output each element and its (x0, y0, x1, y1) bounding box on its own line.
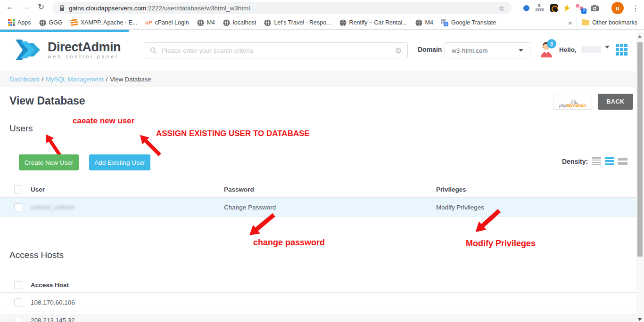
page-scrollbar[interactable] (636, 32, 644, 322)
phpmyadmin-myadmin-label: MyAdmin (567, 103, 586, 108)
apps-launcher-icon[interactable] (616, 44, 627, 56)
bookmark-label: cPanel Login (155, 19, 189, 26)
globe-icon (223, 19, 230, 26)
access-hosts-heading: Access Hosts (9, 250, 64, 260)
select-all-checkbox[interactable] (14, 281, 22, 289)
bookmark-m4-2[interactable]: M4 (415, 19, 433, 26)
column-header-user: User (31, 186, 224, 193)
lightning-extension-icon[interactable] (564, 4, 570, 12)
modify-privileges-link[interactable]: Modify Privileges (436, 204, 636, 211)
globe-icon (264, 19, 271, 26)
breadcrumb-mysql-management[interactable]: MySQL Management (46, 76, 103, 83)
extensions-area: a 2 u ⋮ (523, 0, 641, 16)
scrollbar-down-arrow[interactable] (638, 318, 642, 321)
lock-icon[interactable] (59, 5, 65, 11)
logo-title: DirectAdmin (48, 41, 121, 53)
access-hosts-table: Access Host 108.170.60.106 208.213.145.3… (0, 277, 636, 322)
density-normal-icon[interactable] (605, 157, 614, 165)
reload-icon[interactable]: ↻ (38, 2, 44, 12)
bookmark-star-icon[interactable]: ☆ (498, 4, 505, 13)
density-label: Density: (562, 158, 588, 165)
breadcrumb: Dashboard / MySQL Management / View Data… (0, 72, 636, 87)
row-checkbox[interactable] (14, 318, 22, 322)
address-bar[interactable]: gains.cloudappservers.com:2222/user/data… (53, 2, 512, 14)
account-menu-chevron[interactable] (605, 48, 610, 57)
back-button[interactable]: BACK (598, 94, 633, 110)
change-password-link[interactable]: Change Password (224, 204, 436, 211)
users-table: User Password Privileges w3html_w3html C… (0, 182, 636, 217)
bookmark-localhost[interactable]: localhost (223, 19, 256, 26)
diagram-extension-icon[interactable]: 2 (576, 4, 585, 12)
domain-value: w3-html.com (452, 47, 488, 54)
browser-toolbar: ← → ↻ gains.cloudappservers.com:2222/use… (0, 0, 644, 16)
bookmark-xampp[interactable]: XAMPP, Apache - E... (71, 19, 138, 26)
profile-avatar[interactable]: u (611, 2, 624, 14)
access-hosts-header: Access Host (0, 277, 636, 293)
annotation-modify-privileges: Modify Privileges (466, 239, 536, 249)
density-compact-icon[interactable] (592, 157, 601, 165)
speed-gauge-extension-icon[interactable] (550, 4, 558, 12)
row-checkbox[interactable] (14, 203, 22, 211)
browser-menu-icon[interactable]: ⋮ (630, 4, 641, 13)
url-host[interactable]: gains.cloudappservers.com (69, 5, 146, 12)
bookmark-label: M4 (207, 19, 215, 26)
bookmarks-overflow-icon[interactable]: » (568, 19, 572, 26)
bookmark-label: Apps (17, 19, 31, 26)
toolbar-separator (605, 4, 605, 12)
scrollbar-thumb[interactable] (637, 42, 643, 257)
add-existing-user-button[interactable]: Add Existing User (89, 154, 150, 170)
blue-circle-extension-icon[interactable] (523, 5, 529, 11)
search-settings-gear-icon[interactable]: ⚙ (389, 46, 407, 55)
url-path[interactable]: :2222/user/database/w3html_w3html (146, 5, 250, 12)
greeting-label[interactable]: Hello, (559, 46, 577, 53)
folder-icon (582, 20, 589, 25)
bookmark-label: Google Translate (451, 19, 496, 26)
globe-icon (415, 19, 422, 26)
bookmark-rentify[interactable]: Rentify – Car Rental... (339, 19, 407, 26)
directadmin-header: DirectAdmin web control panel ⚙ Domain w… (0, 32, 636, 66)
bookmark-apps[interactable]: Apps (8, 19, 31, 26)
page-ruler-extension-icon[interactable]: a (536, 4, 544, 12)
annotation-change-password: change password (253, 238, 325, 248)
directadmin-logo-icon (16, 40, 43, 60)
density-comfortable-icon[interactable] (618, 158, 627, 165)
diagram-square (576, 4, 579, 8)
bookmark-label: Let's Travel - Respo... (274, 19, 331, 26)
phpmyadmin-button[interactable]: phpMyAdmin (553, 94, 592, 110)
camera-extension-icon[interactable] (591, 5, 599, 11)
column-header-privileges: Privileges (436, 186, 636, 193)
scrollbar-up-arrow[interactable] (638, 35, 642, 38)
bookmarks-separator (577, 18, 577, 27)
ruler-bar (536, 8, 544, 11)
domain-label: Domain (418, 46, 442, 53)
search-input[interactable] (161, 47, 389, 55)
users-section-heading: Users (9, 123, 33, 134)
bookmark-google-translate[interactable]: 文G Google Translate (441, 19, 496, 26)
bookmark-cpanel[interactable]: cP cPanel Login (145, 19, 189, 26)
bookmark-lets-travel[interactable]: Let's Travel - Respo... (264, 19, 331, 26)
notification-badge[interactable]: 3 (547, 39, 556, 48)
global-search: ⚙ (144, 42, 408, 58)
breadcrumb-separator: / (42, 76, 44, 83)
bookmark-label: M4 (425, 19, 433, 26)
redacted-username (581, 46, 601, 53)
annotation-assign-existing-user: ASSIGN EXISTING USER TO DATABASE (156, 129, 310, 138)
row-checkbox[interactable] (14, 298, 22, 306)
breadcrumb-current: View Database (110, 76, 151, 83)
directadmin-logo[interactable]: DirectAdmin web control panel (16, 40, 121, 60)
select-all-checkbox[interactable] (14, 185, 22, 193)
domain-dropdown[interactable]: w3-html.com (445, 42, 530, 58)
db-user-name: w3html_w3html (31, 204, 224, 211)
breadcrumb-dashboard[interactable]: Dashboard (9, 76, 40, 83)
back-icon[interactable]: ← (6, 2, 14, 12)
browser-window: ← → ↻ gains.cloudappservers.com:2222/use… (0, 0, 644, 322)
bookmark-ggg[interactable]: GGG (39, 19, 63, 26)
access-host-value: 108.170.60.106 (31, 299, 636, 306)
bookmarks-bar: Apps GGG XAMPP, Apache - E... cP cPanel … (0, 16, 644, 30)
apps-grid-icon (8, 19, 15, 26)
breadcrumb-separator: / (106, 76, 108, 83)
create-new-user-button[interactable]: Create New User (19, 154, 79, 170)
other-bookmarks[interactable]: Other bookmarks (582, 19, 637, 26)
bookmark-m4[interactable]: M4 (197, 19, 215, 26)
google-translate-icon: 文G (441, 19, 448, 26)
